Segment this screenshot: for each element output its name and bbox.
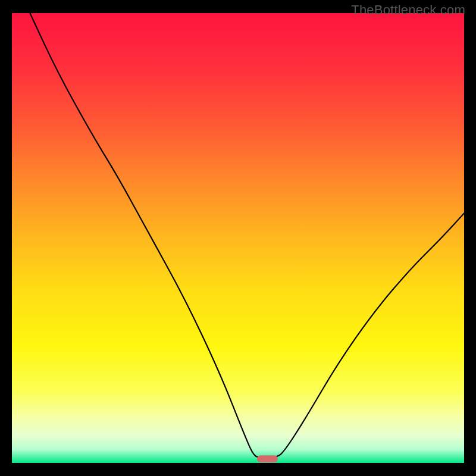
bottleneck-chart xyxy=(12,13,464,463)
watermark-label: TheBottleneck.com xyxy=(351,2,465,18)
chart-container xyxy=(12,13,464,463)
gradient-background xyxy=(12,13,464,463)
optimum-marker xyxy=(257,455,278,462)
